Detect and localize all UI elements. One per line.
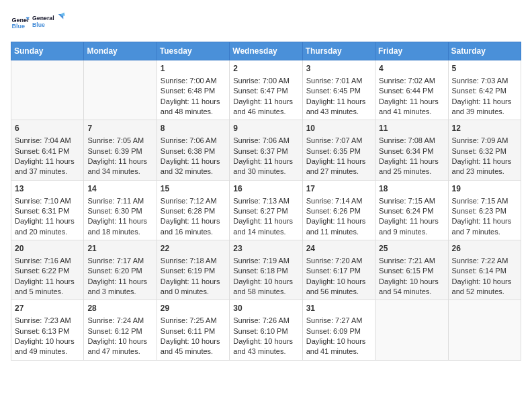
sunrise-text: Sunrise: 7:24 AM (87, 316, 152, 326)
calendar-cell (11, 60, 84, 120)
sunset-text: Sunset: 6:13 PM (15, 326, 80, 336)
sunrise-text: Sunrise: 7:10 AM (15, 196, 80, 206)
svg-text:Blue: Blue (32, 21, 45, 28)
daylight-text: Daylight: 11 hours and 23 minutes. (452, 156, 517, 177)
sunset-text: Sunset: 6:12 PM (87, 326, 152, 336)
day-number: 3 (306, 63, 371, 75)
sunset-text: Sunset: 6:38 PM (161, 146, 226, 156)
sunrise-text: Sunrise: 7:20 AM (306, 256, 371, 266)
day-number: 23 (233, 243, 298, 255)
calendar-cell: 10Sunrise: 7:07 AMSunset: 6:35 PMDayligh… (302, 120, 375, 180)
sunset-text: Sunset: 6:18 PM (233, 266, 298, 276)
sunset-text: Sunset: 6:31 PM (15, 206, 80, 216)
sunrise-text: Sunrise: 7:02 AM (379, 76, 444, 86)
daylight-text: Daylight: 11 hours and 9 minutes. (379, 216, 444, 237)
sunrise-text: Sunrise: 7:09 AM (452, 136, 517, 146)
calendar-week-row: 6Sunrise: 7:04 AMSunset: 6:41 PMDaylight… (11, 120, 521, 180)
daylight-text: Daylight: 11 hours and 20 minutes. (15, 216, 80, 237)
calendar-cell: 26Sunrise: 7:22 AMSunset: 6:14 PMDayligh… (448, 240, 521, 300)
sunrise-text: Sunrise: 7:22 AM (452, 256, 517, 266)
sunrise-text: Sunrise: 7:01 AM (306, 76, 371, 86)
svg-text:Blue: Blue (11, 23, 25, 30)
sunset-text: Sunset: 6:45 PM (306, 86, 371, 96)
daylight-text: Daylight: 10 hours and 58 minutes. (233, 277, 298, 298)
calendar-cell (375, 300, 448, 360)
calendar-cell: 8Sunrise: 7:06 AMSunset: 6:38 PMDaylight… (157, 120, 229, 180)
day-number: 21 (87, 243, 152, 255)
calendar-header-row: SundayMondayTuesdayWednesdayThursdayFrid… (11, 42, 521, 60)
daylight-text: Daylight: 10 hours and 41 minutes. (306, 336, 371, 357)
calendar-cell: 5Sunrise: 7:03 AMSunset: 6:42 PMDaylight… (448, 60, 521, 120)
calendar-cell: 31Sunrise: 7:27 AMSunset: 6:09 PMDayligh… (302, 300, 375, 360)
sunset-text: Sunset: 6:42 PM (452, 86, 517, 96)
calendar-cell: 4Sunrise: 7:02 AMSunset: 6:44 PMDaylight… (375, 60, 448, 120)
day-number: 27 (15, 303, 80, 314)
sunrise-text: Sunrise: 7:16 AM (15, 256, 80, 266)
daylight-text: Daylight: 10 hours and 56 minutes. (306, 277, 371, 298)
day-number: 25 (379, 243, 444, 255)
calendar-cell: 7Sunrise: 7:05 AMSunset: 6:39 PMDaylight… (84, 120, 157, 180)
calendar-cell (448, 300, 521, 360)
sunset-text: Sunset: 6:37 PM (233, 146, 298, 156)
sunrise-text: Sunrise: 7:04 AM (15, 136, 80, 146)
day-number: 22 (161, 243, 226, 255)
sunset-text: Sunset: 6:14 PM (452, 266, 517, 276)
calendar-cell: 24Sunrise: 7:20 AMSunset: 6:17 PMDayligh… (302, 240, 375, 300)
calendar-cell: 27Sunrise: 7:23 AMSunset: 6:13 PMDayligh… (11, 300, 84, 360)
sunset-text: Sunset: 6:35 PM (306, 146, 371, 156)
calendar-cell (84, 60, 157, 120)
calendar-cell: 23Sunrise: 7:19 AMSunset: 6:18 PMDayligh… (230, 240, 302, 300)
sunset-text: Sunset: 6:17 PM (306, 266, 371, 276)
day-number: 7 (87, 123, 152, 134)
daylight-text: Daylight: 11 hours and 25 minutes. (379, 156, 444, 177)
calendar-cell: 11Sunrise: 7:08 AMSunset: 6:34 PMDayligh… (375, 120, 448, 180)
day-number: 6 (15, 123, 80, 134)
sunset-text: Sunset: 6:11 PM (161, 326, 226, 336)
sunrise-text: Sunrise: 7:17 AM (87, 256, 152, 266)
weekday-header-thursday: Thursday (302, 42, 375, 60)
day-number: 26 (452, 243, 517, 255)
day-number: 31 (306, 303, 371, 314)
weekday-header-friday: Friday (375, 42, 448, 60)
sunrise-text: Sunrise: 7:18 AM (161, 256, 226, 266)
daylight-text: Daylight: 10 hours and 47 minutes. (87, 336, 152, 357)
calendar-cell: 15Sunrise: 7:12 AMSunset: 6:28 PMDayligh… (157, 180, 229, 240)
daylight-text: Daylight: 11 hours and 37 minutes. (15, 156, 80, 177)
sunrise-text: Sunrise: 7:14 AM (306, 196, 371, 206)
sunrise-text: Sunrise: 7:06 AM (161, 136, 226, 146)
daylight-text: Daylight: 11 hours and 27 minutes. (306, 156, 371, 177)
day-number: 2 (233, 63, 298, 75)
calendar-cell: 17Sunrise: 7:14 AMSunset: 6:26 PMDayligh… (302, 180, 375, 240)
day-number: 29 (161, 303, 226, 314)
sunset-text: Sunset: 6:22 PM (15, 266, 80, 276)
logo-icon: General Blue (11, 13, 30, 32)
day-number: 30 (233, 303, 298, 314)
sunset-text: Sunset: 6:41 PM (15, 146, 80, 156)
day-number: 9 (233, 123, 298, 134)
calendar-week-row: 13Sunrise: 7:10 AMSunset: 6:31 PMDayligh… (11, 180, 521, 240)
daylight-text: Daylight: 11 hours and 30 minutes. (233, 156, 298, 177)
weekday-header-sunday: Sunday (11, 42, 84, 60)
daylight-text: Daylight: 11 hours and 43 minutes. (306, 97, 371, 118)
sunset-text: Sunset: 6:26 PM (306, 206, 371, 216)
logo: General Blue General Blue (11, 11, 66, 35)
sunset-text: Sunset: 6:27 PM (233, 206, 298, 216)
calendar-cell: 28Sunrise: 7:24 AMSunset: 6:12 PMDayligh… (84, 300, 157, 360)
day-number: 28 (87, 303, 152, 314)
sunset-text: Sunset: 6:39 PM (87, 146, 152, 156)
sunrise-text: Sunrise: 7:23 AM (15, 316, 80, 326)
day-number: 14 (87, 183, 152, 195)
sunset-text: Sunset: 6:47 PM (233, 86, 298, 96)
sunrise-text: Sunrise: 7:07 AM (306, 136, 371, 146)
page-header: General Blue General Blue (11, 11, 521, 35)
day-number: 11 (379, 123, 444, 134)
day-number: 8 (161, 123, 226, 134)
sunset-text: Sunset: 6:23 PM (452, 206, 517, 216)
sunset-text: Sunset: 6:20 PM (87, 266, 152, 276)
day-number: 20 (15, 243, 80, 255)
day-number: 5 (452, 63, 517, 75)
daylight-text: Daylight: 10 hours and 43 minutes. (233, 336, 298, 357)
daylight-text: Daylight: 11 hours and 46 minutes. (233, 97, 298, 118)
weekday-header-tuesday: Tuesday (157, 42, 229, 60)
calendar-cell: 14Sunrise: 7:11 AMSunset: 6:30 PMDayligh… (84, 180, 157, 240)
